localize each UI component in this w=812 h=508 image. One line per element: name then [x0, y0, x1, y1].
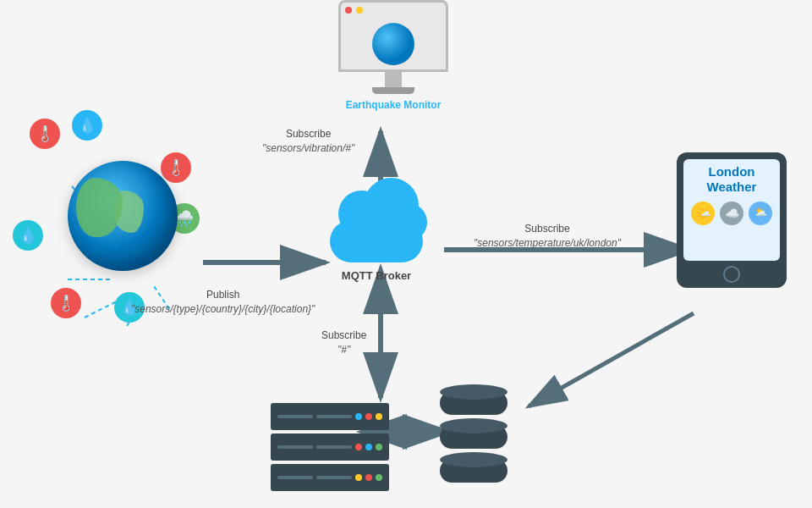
server-dot-red2 [355, 444, 362, 450]
london-weather-area: London Weather 🌤️ ☁️ 🌦️ [677, 152, 795, 288]
subscribe-temperature-label: Subscribe "sensors/temperature/uk/london… [474, 222, 621, 251]
tablet-cloudy-icon: ☁️ [720, 202, 743, 225]
earthquake-monitor-area: Earthquake Monitor [330, 0, 457, 113]
db-stack [440, 391, 508, 483]
tablet-device: London Weather 🌤️ ☁️ 🌦️ [677, 152, 787, 288]
earthquake-label: Earthquake Monitor [330, 99, 457, 113]
mqtt-label: MQTT Broker [321, 269, 431, 282]
monitor-yellow-dot [356, 7, 363, 14]
server-rack [271, 403, 389, 491]
server-line-5 [277, 476, 313, 479]
monitor-screen [338, 0, 448, 72]
server-unit-2 [271, 433, 389, 461]
london-weather-title: London Weather [689, 164, 775, 195]
server-unit-3 [271, 464, 389, 491]
server-line-1 [277, 415, 313, 418]
monitor-globe-icon [372, 23, 414, 65]
server-dot-red [365, 413, 372, 420]
sensor-rain-top: 💧 [72, 110, 102, 141]
server-line-3 [277, 445, 313, 449]
sensor-thermometer-right: 🌡️ [161, 152, 191, 183]
server-rack-area [271, 403, 389, 491]
monitor [338, 0, 448, 94]
server-dot-green [376, 444, 382, 450]
server-dot-yellow2 [355, 474, 362, 481]
server-dot-yellow [376, 413, 382, 420]
diagram: 🌡️ 💧 🌡️ 💧 🌧️ 🌡️ 💧 Earthquake Monitor [0, 0, 812, 508]
server-line-4 [316, 445, 352, 449]
db-cylinder-mid [440, 425, 508, 449]
tablet-to-db-arrow [529, 313, 694, 406]
server-dot-red3 [365, 474, 372, 481]
monitor-base [372, 87, 414, 94]
database-area [440, 391, 508, 483]
db-cylinder-top [440, 391, 508, 415]
subscribe-all-label: Subscribe "#" [321, 329, 366, 357]
server-dot-blue2 [365, 444, 372, 450]
db-cylinder-bottom [440, 459, 508, 483]
tablet-screen: London Weather 🌤️ ☁️ 🌦️ [683, 159, 780, 261]
sensor-drop-left: 💧 [13, 220, 43, 251]
monitor-red-dot [345, 7, 352, 14]
publish-label: Publish "sensors/{type}/{country}/{city}… [131, 288, 315, 317]
tablet-sunny-icon: 🌤️ [691, 202, 715, 225]
globe [68, 161, 178, 271]
server-dot-blue [355, 413, 362, 420]
cloud-body [330, 220, 423, 262]
server-unit-1 [271, 403, 389, 430]
monitor-stand [385, 72, 402, 87]
subscribe-vibration-label: Subscribe "sensors/vibration/#" [262, 127, 354, 156]
sensor-thermometer-topleft: 🌡️ [30, 119, 60, 149]
server-dot-green2 [376, 474, 382, 481]
tablet-rainy-icon: 🌦️ [749, 202, 772, 225]
tablet-weather-icons: 🌤️ ☁️ 🌦️ [689, 202, 775, 225]
server-line-6 [316, 476, 352, 479]
server-line-2 [316, 415, 352, 418]
cloud-shape [321, 195, 431, 262]
sensor-thermometer-bottom: 🌡️ [51, 288, 81, 318]
mqtt-broker-area: MQTT Broker [321, 195, 431, 282]
tablet-home-button [723, 266, 740, 283]
